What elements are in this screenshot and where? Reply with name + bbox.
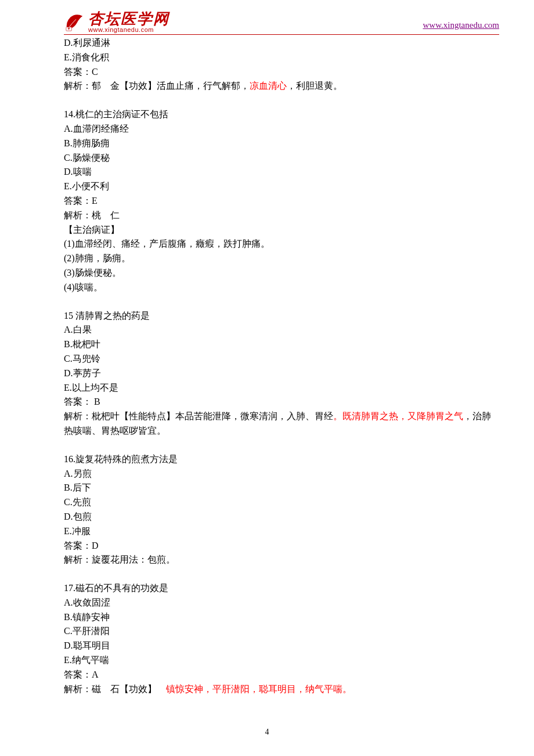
logo-leaf-icon [64,13,86,33]
question-stem: 15 清肺胃之热的药是 [64,309,499,323]
option-e: E.以上均不是 [64,381,499,395]
answer-line: 答案：E [64,194,499,208]
option-e: E.消食化积 [64,51,499,65]
header-link[interactable]: www.xingtanedu.com [423,19,500,33]
expl-text: 解析：枇杷叶【性能特点】本品苦能泄降，微寒清润，入肺、胃经 [64,411,333,421]
answer-line: 答案：C [64,65,499,80]
q16: 16.旋复花特殊的煎煮方法是 A.另煎 B.后下 C.先煎 D.包煎 E.冲服 … [64,452,499,567]
option-e: E.冲服 [64,524,499,539]
option-d: D.利尿通淋 [64,36,499,51]
option-b: B.后下 [64,481,499,495]
explanation: 解析：郁 金【功效】活血止痛，行气解郁，凉血清心，利胆退黄。 [64,79,499,93]
answer-line: 答案：D [64,539,499,553]
expl-text: 解析：磁 石【功效】 [64,684,166,694]
q13-tail: D.利尿通淋 E.消食化积 答案：C 解析：郁 金【功效】活血止痛，行气解郁，凉… [64,36,499,93]
option-c: C.马兜铃 [64,352,499,366]
option-a: A.收敛固涩 [64,596,499,610]
option-c: C.平肝潜阳 [64,624,499,639]
page-header: 杏坛医学网 www.xingtanedu.com www.xingtanedu.… [64,0,499,35]
explanation: 【主治病证】 [64,223,499,237]
option-d: D.聪耳明目 [64,639,499,653]
explanation: (4)咳喘。 [64,280,499,295]
question-stem: 16.旋复花特殊的煎煮方法是 [64,452,499,467]
option-e: E.小便不利 [64,179,499,194]
explanation: 解析：磁 石【功效】 镇惊安神，平肝潜阳，聪耳明目，纳气平喘。 [64,682,499,697]
option-b: B.肺痈肠痈 [64,136,499,151]
question-stem: 17.磁石的不具有的功效是 [64,581,499,596]
site-logo: 杏坛医学网 www.xingtanedu.com [64,12,169,33]
option-a: A.另煎 [64,467,499,481]
explanation: (2)肺痈，肠痈。 [64,251,499,266]
option-b: B.镇静安神 [64,610,499,625]
question-stem: 14.桃仁的主治病证不包括 [64,107,499,122]
answer-line: 答案：A [64,668,499,682]
option-e: E.纳气平喘 [64,653,499,668]
expl-highlight: 凉血清心 [250,81,287,91]
option-b: B.枇杷叶 [64,337,499,352]
explanation: (1)血滞经闭、痛经，产后腹痛，癥瘕，跌打肿痛。 [64,237,499,251]
option-c: C.肠燥便秘 [64,151,499,165]
logo-title: 杏坛医学网 [88,12,169,27]
option-a: A.血滞闭经痛经 [64,122,499,136]
answer-line: 答案： B [64,395,499,409]
q17: 17.磁石的不具有的功效是 A.收敛固涩 B.镇静安神 C.平肝潜阳 D.聪耳明… [64,581,499,696]
explanation: 解析：枇杷叶【性能特点】本品苦能泄降，微寒清润，入肺、胃经。既清肺胃之热，又降肺… [64,409,499,438]
page-number: 4 [0,726,534,739]
expl-highlight: 。既清肺胃之热，又降肺胃之气 [333,411,463,421]
explanation: 解析：旋覆花用法：包煎。 [64,553,499,567]
option-d: D.包煎 [64,510,499,524]
option-c: C.先煎 [64,495,499,510]
expl-text: 解析：郁 金【功效】活血止痛，行气解郁， [64,81,250,91]
expl-highlight: 镇惊安神，平肝潜阳，聪耳明目，纳气平喘。 [166,684,352,694]
explanation: 解析：桃 仁 [64,208,499,223]
expl-text: ，利胆退黄。 [287,81,342,91]
q14: 14.桃仁的主治病证不包括 A.血滞闭经痛经 B.肺痈肠痈 C.肠燥便秘 D.咳… [64,107,499,294]
option-a: A.白果 [64,323,499,337]
explanation: (3)肠燥便秘。 [64,266,499,280]
q15: 15 清肺胃之热的药是 A.白果 B.枇杷叶 C.马兜铃 D.葶苈子 E.以上均… [64,309,499,438]
logo-url: www.xingtanedu.com [88,27,169,33]
option-d: D.葶苈子 [64,366,499,381]
option-d: D.咳喘 [64,165,499,179]
document-body: D.利尿通淋 E.消食化积 答案：C 解析：郁 金【功效】活血止痛，行气解郁，凉… [0,35,534,696]
